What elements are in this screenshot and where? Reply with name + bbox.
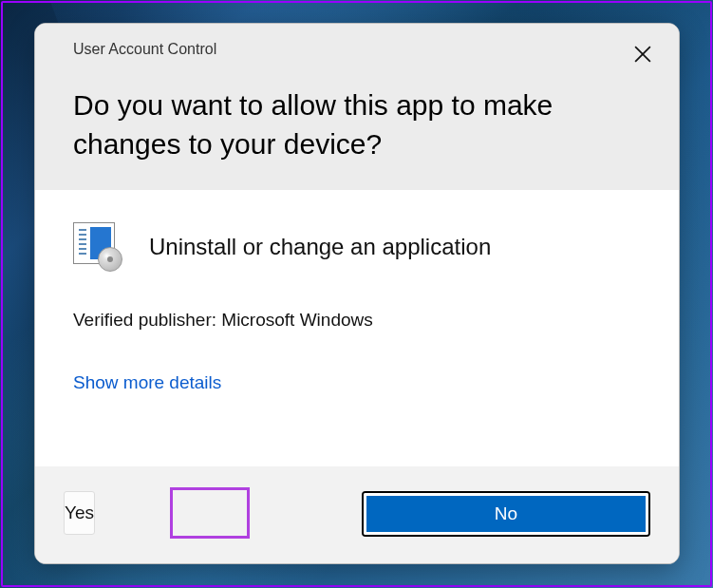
app-icon (73, 222, 122, 272)
no-button-label: No (495, 503, 517, 524)
yes-highlight-box (170, 487, 250, 539)
close-button[interactable] (631, 43, 654, 66)
close-icon (634, 46, 651, 63)
show-more-details-link[interactable]: Show more details (73, 372, 641, 393)
dialog-question: Do you want to allow this app to make ch… (73, 86, 656, 163)
yes-button[interactable]: Yes (64, 491, 95, 535)
dialog-footer: Yes No (35, 466, 679, 563)
dialog-title: User Account Control (73, 41, 656, 58)
uac-dialog: User Account Control Do you want to allo… (34, 23, 680, 564)
yes-button-label: Yes (65, 503, 94, 523)
publisher-text: Verified publisher: Microsoft Windows (73, 310, 641, 331)
dialog-body: Uninstall or change an application Verif… (35, 190, 679, 466)
dialog-header: User Account Control Do you want to allo… (35, 24, 679, 190)
no-button[interactable]: No (364, 493, 648, 535)
app-row: Uninstall or change an application (73, 222, 641, 272)
app-name: Uninstall or change an application (149, 234, 491, 260)
